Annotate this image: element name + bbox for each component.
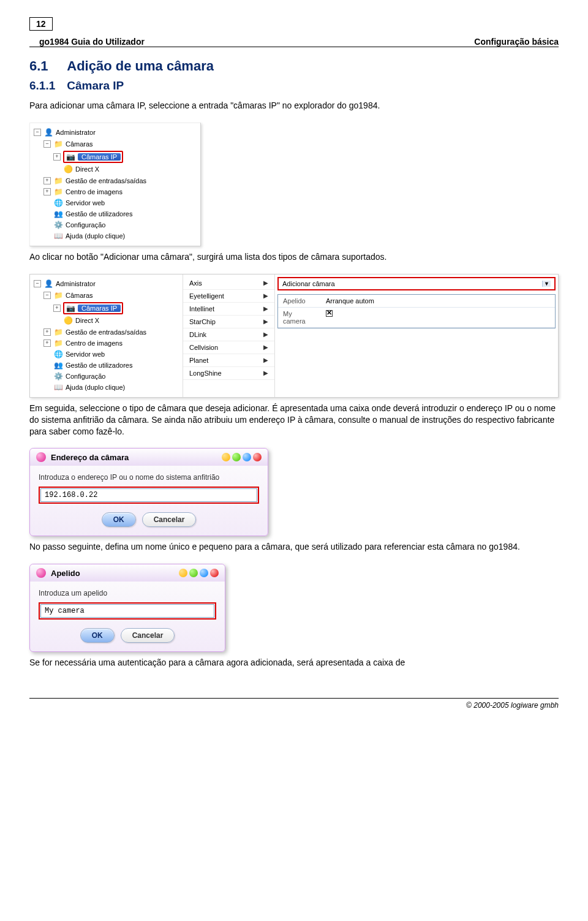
tree-ip-cameras[interactable]: +📷Câmaras IP <box>53 301 123 315</box>
autostart-checkbox[interactable] <box>326 310 333 317</box>
users-icon: 👥 <box>53 209 63 219</box>
tree-config[interactable]: ⚙️Configuração <box>43 219 146 230</box>
doc-title: go1984 Guia do Utilizador <box>39 37 145 47</box>
tree-label: Configuração <box>66 373 105 380</box>
brand-item[interactable]: Axis▶ <box>183 277 274 290</box>
page-footer: © 2000-2005 logiware gmbh <box>29 698 559 710</box>
globe-icon: 🌐 <box>53 349 63 359</box>
users-icon: 👥 <box>53 360 63 370</box>
tree-label-selected: Câmaras IP <box>78 305 121 312</box>
camera-address-dialog: Endereço da câmara Introduza o endereço … <box>29 448 268 536</box>
tree-help[interactable]: 📖Ajuda (duplo clique) <box>43 230 146 241</box>
tree-label: Configuração <box>66 221 105 229</box>
tree-cameras[interactable]: −📁Câmaras <box>43 138 146 150</box>
tree-webserver[interactable]: 🌐Servidor web <box>43 349 146 360</box>
brand-item[interactable]: Planet▶ <box>183 354 274 367</box>
folder-icon: 📁 <box>53 290 63 300</box>
tree-image-center[interactable]: +📁Centro de imagens <box>43 338 146 349</box>
tree-image-center[interactable]: +📁Centro de imagens <box>43 186 146 197</box>
add-camera-dropdown[interactable]: Adicionar câmara ▼ <box>277 277 556 290</box>
help-button[interactable] <box>200 569 208 577</box>
tree-label: Servidor web <box>66 351 105 358</box>
brand-label: DLink <box>189 331 206 338</box>
nickname-input[interactable] <box>40 604 214 618</box>
help-button[interactable] <box>243 453 251 461</box>
brand-label: Axis <box>189 279 202 287</box>
folder-icon: 📁 <box>53 338 63 348</box>
tree-cameras[interactable]: −📁Câmaras <box>43 290 146 301</box>
tree-label: Direct X <box>75 165 99 173</box>
tree-ip-cameras[interactable]: +📷Câmaras IP <box>53 150 123 164</box>
heading-number: 6.1 <box>29 58 64 74</box>
minimize-button[interactable] <box>222 453 230 461</box>
add-camera-screenshot: −👤Administrator −📁Câmaras +📷Câmaras IP 🟡… <box>29 274 559 398</box>
directx-icon: 🟡 <box>63 316 73 325</box>
tree-label: Gestão de entradas/saídas <box>66 328 146 336</box>
camera-record-panel: Apelido Arranque autom My camera <box>277 294 556 328</box>
paragraph-3: Em seguida, seleccione o tipo de câmara … <box>29 403 559 438</box>
brand-label: StarChip <box>189 318 216 325</box>
tree-user-mgmt[interactable]: 👥Gestão de utilizadores <box>43 360 146 371</box>
dialog-icon <box>36 568 46 578</box>
tree-label: Servidor web <box>66 199 105 207</box>
brand-label: Eyetelligent <box>189 292 224 300</box>
brand-item[interactable]: Intellinet▶ <box>183 303 274 316</box>
tree-webserver[interactable]: 🌐Servidor web <box>43 197 146 208</box>
tree-io[interactable]: +📁Gestão de entradas/saídas <box>43 327 146 338</box>
close-button[interactable] <box>210 569 219 577</box>
brand-item[interactable]: Cellvision▶ <box>183 341 274 354</box>
cancel-button[interactable]: Cancelar <box>121 628 175 643</box>
paragraph-2: Ao clicar no botão "Adicionar uma câmara… <box>29 251 559 263</box>
gear-icon: ⚙️ <box>53 220 63 230</box>
folder-icon: 📁 <box>53 139 63 149</box>
tree-config[interactable]: ⚙️Configuração <box>43 371 146 382</box>
minimize-button[interactable] <box>179 569 187 577</box>
tree-label: Câmaras <box>66 292 93 299</box>
directx-icon: 🟡 <box>63 164 73 174</box>
cancel-button[interactable]: Cancelar <box>142 512 197 527</box>
tree-directx[interactable]: 🟡Direct X <box>53 164 123 175</box>
tree-directx[interactable]: 🟡Direct X <box>53 315 123 326</box>
submenu-arrow-icon: ▶ <box>263 305 268 312</box>
tree-help[interactable]: 📖Ajuda (duplo clique) <box>43 382 146 393</box>
cell-nickname-value[interactable]: My camera <box>278 308 321 327</box>
ip-address-input[interactable] <box>40 488 257 502</box>
heading-number: 6.1.1 <box>29 79 64 93</box>
tree-label: Administrator <box>56 280 96 287</box>
gear-icon: ⚙️ <box>53 371 63 381</box>
submenu-arrow-icon: ▶ <box>263 318 268 325</box>
tree-root[interactable]: −👤Administrator <box>34 278 179 289</box>
tree-label: Câmaras <box>66 140 93 148</box>
tree-label: Direct X <box>75 317 99 324</box>
maximize-button[interactable] <box>189 569 198 577</box>
brand-item[interactable]: Eyetelligent▶ <box>183 290 274 303</box>
label-nickname: Apelido <box>278 295 321 307</box>
camera-brand-menu: Axis▶ Eyetelligent▶ Intellinet▶ StarChip… <box>183 275 274 382</box>
ok-button[interactable]: OK <box>102 512 136 527</box>
brand-item[interactable]: StarChip▶ <box>183 316 274 328</box>
tree-label: Ajuda (duplo clique) <box>66 384 125 391</box>
heading-6-1-1: 6.1.1 Câmara IP <box>29 79 559 93</box>
brand-item[interactable]: DLink▶ <box>183 328 274 341</box>
paragraph-intro: Para adicionar uma câmara IP, seleccione… <box>29 100 559 112</box>
maximize-button[interactable] <box>232 453 241 461</box>
page-number: 12 <box>29 17 53 31</box>
paragraph-4: No passo seguinte, defina um nome único … <box>29 541 559 553</box>
tree-label: Gestão de utilizadores <box>66 362 132 369</box>
dialog-icon <box>36 452 46 462</box>
close-button[interactable] <box>253 453 262 461</box>
submenu-arrow-icon: ▶ <box>263 279 268 286</box>
heading-text: Câmara IP <box>67 79 124 92</box>
label-autostart: Arranque autom <box>321 295 555 307</box>
dialog-title: Endereço da câmara <box>51 453 129 462</box>
ipcam-icon: 📷 <box>66 303 75 313</box>
folder-icon: 📁 <box>53 327 63 337</box>
brand-item[interactable]: LongShine▶ <box>183 367 274 380</box>
user-icon: 👤 <box>43 127 53 137</box>
tree-user-mgmt[interactable]: 👥Gestão de utilizadores <box>43 208 146 219</box>
tree-label: Centro de imagens <box>66 339 123 347</box>
tree-root[interactable]: −👤Administrator <box>34 127 197 138</box>
ok-button[interactable]: OK <box>80 628 115 643</box>
tree-label: Ajuda (duplo clique) <box>66 232 125 240</box>
tree-io[interactable]: +📁Gestão de entradas/saídas <box>43 175 146 186</box>
